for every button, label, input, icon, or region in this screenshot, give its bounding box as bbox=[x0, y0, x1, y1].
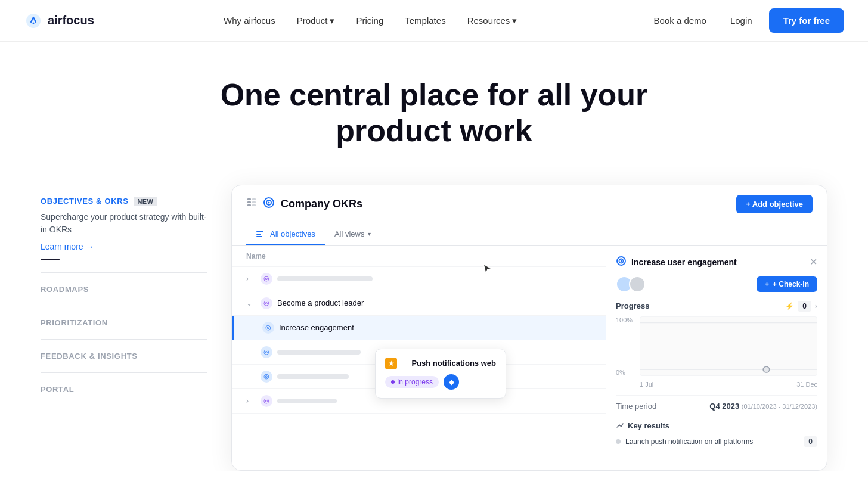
hero-title: One central place for all your product w… bbox=[166, 77, 702, 149]
svg-rect-2 bbox=[247, 201, 251, 203]
target-icon: ◎ bbox=[261, 297, 272, 309]
row-bar bbox=[277, 374, 349, 379]
main-content: OBJECTIVES & OKRs NEW Supercharge your p… bbox=[17, 173, 851, 471]
target-icon: ◎ bbox=[261, 395, 272, 407]
nav-link-product[interactable]: Product ▾ bbox=[287, 11, 345, 31]
detail-panel: Increase user engagement ✕ + + Check-in bbox=[606, 246, 827, 453]
sidebar-item-portal[interactable]: PORTAL bbox=[41, 373, 207, 406]
row-label: Increase engagement bbox=[279, 323, 354, 332]
target-icon: ◎ bbox=[261, 273, 272, 285]
arrow-right-icon: → bbox=[86, 242, 94, 251]
row-bar bbox=[277, 276, 373, 281]
svg-rect-10 bbox=[256, 231, 264, 232]
try-for-free-button[interactable]: Try for free bbox=[769, 8, 844, 33]
table-row-highlighted[interactable]: ◎ Increase engagement bbox=[232, 316, 606, 340]
add-objective-button[interactable]: + Add objective bbox=[736, 195, 813, 213]
sidebar-item-roadmaps[interactable]: ROADMAPS bbox=[41, 273, 207, 306]
chevron-right-icon: › bbox=[815, 302, 817, 310]
avatar-group bbox=[616, 276, 646, 293]
kr-dot bbox=[616, 439, 621, 444]
tab-all-views[interactable]: All views ▾ bbox=[325, 223, 381, 245]
svg-point-15 bbox=[621, 260, 622, 261]
app-mockup: Company OKRs + Add objective All objecti… bbox=[231, 185, 827, 471]
grid-icon bbox=[246, 197, 257, 211]
sidebar-item-prioritization[interactable]: PRIORITIZATION bbox=[41, 306, 207, 340]
avatar bbox=[629, 276, 646, 293]
table-row[interactable]: ⌄ ◎ Become a product leader bbox=[232, 291, 606, 316]
chart-x-labels: 1 Jul 31 Dec bbox=[640, 381, 817, 388]
star-icon: ★ bbox=[385, 358, 397, 369]
learn-more-link[interactable]: Learn more → bbox=[41, 242, 207, 251]
time-period-row: Time period Q4 2023 (01/10/2023 - 31/12/… bbox=[616, 395, 817, 416]
lightning-icon: ⚡ bbox=[785, 302, 794, 310]
login-button[interactable]: Login bbox=[723, 11, 760, 30]
svg-rect-4 bbox=[252, 198, 256, 200]
mockup-header: Company OKRs + Add objective bbox=[232, 185, 827, 223]
target-icon: ◎ bbox=[262, 322, 274, 334]
svg-point-9 bbox=[268, 201, 270, 203]
nav-link-resources[interactable]: Resources ▾ bbox=[458, 11, 527, 31]
svg-point-18 bbox=[763, 366, 770, 372]
chevron-right-icon: › bbox=[246, 275, 256, 283]
status-dot bbox=[391, 380, 395, 384]
key-result-row: Launch push notification on all platform… bbox=[616, 436, 817, 447]
row-bar bbox=[277, 399, 337, 403]
sidebar-item-label: PRIORITIZATION bbox=[41, 318, 207, 327]
mockup-tabs: All objectives All views ▾ bbox=[232, 223, 827, 246]
status-badge: In progress bbox=[385, 376, 439, 388]
table-row[interactable]: › ◎ bbox=[232, 267, 606, 291]
svg-rect-5 bbox=[252, 201, 256, 203]
sidebar-item-description: Supercharge your product strategy with b… bbox=[41, 211, 207, 236]
mockup-header-left: Company OKRs bbox=[246, 197, 362, 212]
key-results-section: Key results Launch push notification on … bbox=[616, 416, 817, 447]
mockup-title: Company OKRs bbox=[281, 198, 362, 210]
progress-section: Progress ⚡ 0 › 100% 0% bbox=[616, 301, 817, 388]
chevron-right-icon: › bbox=[246, 397, 256, 405]
nav-link-templates[interactable]: Templates bbox=[395, 11, 455, 30]
target-icon bbox=[263, 197, 275, 212]
mini-popup: ★ Push notifications web In progress ◆ bbox=[375, 349, 506, 399]
nav-link-why[interactable]: Why airfocus bbox=[214, 11, 285, 30]
target-icon bbox=[616, 256, 627, 269]
tab-all-objectives[interactable]: All objectives bbox=[246, 223, 325, 245]
book-demo-button[interactable]: Book a demo bbox=[647, 11, 714, 30]
checkin-button[interactable]: + + Check-in bbox=[757, 276, 817, 292]
new-badge: NEW bbox=[134, 197, 158, 206]
progress-chart: 100% 0% bbox=[616, 316, 817, 376]
sidebar: OBJECTIVES & OKRs NEW Supercharge your p… bbox=[41, 185, 207, 471]
active-indicator bbox=[41, 259, 60, 260]
detail-panel-title: Increase user engagement bbox=[631, 257, 737, 267]
sidebar-item-label: PORTAL bbox=[41, 385, 207, 394]
diamond-icon: ◆ bbox=[444, 374, 459, 390]
row-label: Become a product leader bbox=[277, 299, 364, 307]
target-icon: ◎ bbox=[261, 346, 272, 358]
key-results-header: Key results bbox=[616, 421, 817, 430]
svg-rect-3 bbox=[247, 204, 251, 206]
sidebar-item-feedback[interactable]: FEEDBACK & INSIGHTS bbox=[41, 340, 207, 373]
sidebar-item-label: FEEDBACK & INSIGHTS bbox=[41, 352, 207, 360]
sidebar-item-label: ROADMAPS bbox=[41, 285, 207, 294]
hero-section: One central place for all your product w… bbox=[0, 42, 868, 173]
chevron-down-icon: ▾ bbox=[330, 15, 334, 26]
chevron-down-icon: ⌄ bbox=[246, 299, 256, 307]
navbar: airfocus Why airfocus Product ▾ Pricing … bbox=[0, 0, 868, 42]
nav-links: Why airfocus Product ▾ Pricing Templates… bbox=[214, 11, 526, 31]
row-bar bbox=[277, 350, 361, 355]
nav-right: Book a demo Login Try for free bbox=[647, 8, 844, 33]
svg-rect-11 bbox=[256, 234, 261, 235]
logo-text: airfocus bbox=[48, 14, 94, 27]
svg-point-0 bbox=[33, 22, 35, 24]
chevron-down-icon: ▾ bbox=[368, 231, 371, 237]
chevron-down-icon: ▾ bbox=[512, 15, 517, 26]
sidebar-item-objectives[interactable]: OBJECTIVES & OKRs NEW Supercharge your p… bbox=[41, 197, 207, 273]
nav-link-pricing[interactable]: Pricing bbox=[346, 11, 393, 30]
target-icon: ◎ bbox=[261, 371, 272, 383]
svg-rect-1 bbox=[247, 198, 251, 200]
table-header: Name bbox=[232, 246, 606, 267]
logo[interactable]: airfocus bbox=[24, 11, 94, 30]
sidebar-item-label: OBJECTIVES & OKRs NEW bbox=[41, 197, 207, 206]
svg-rect-12 bbox=[256, 236, 262, 237]
close-icon[interactable]: ✕ bbox=[810, 256, 817, 268]
svg-rect-6 bbox=[252, 204, 256, 206]
